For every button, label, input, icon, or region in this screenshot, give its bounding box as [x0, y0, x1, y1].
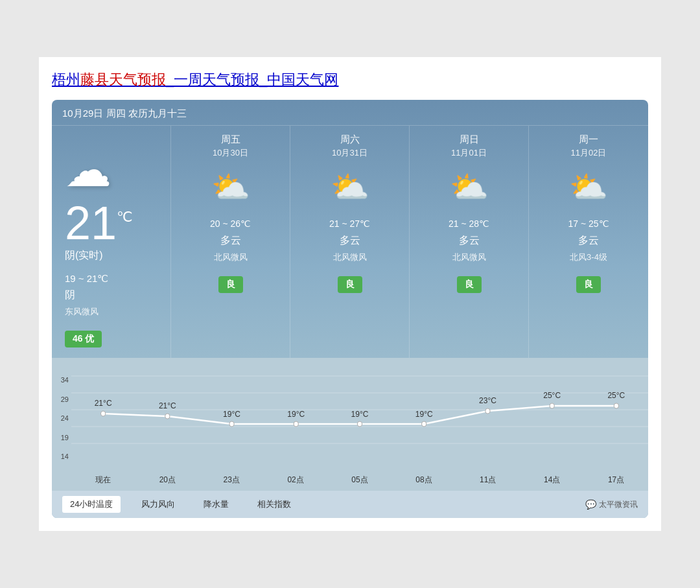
x-label-7: 14点 — [520, 475, 584, 486]
today-column: ☁ 21℃ 阴(实时) 19 ~ 21℃ 阴 东风微风 46 优 — [52, 126, 171, 358]
forecast-range-2: 21 ~ 28℃ — [416, 218, 522, 229]
y-label-24: 24 — [61, 414, 69, 422]
forecast-weather-0: 多云 — [178, 234, 283, 248]
today-aqi-badge: 46 优 — [65, 331, 102, 347]
x-label-0: 现在 — [71, 475, 135, 486]
forecast-day-3: 周一 — [535, 134, 642, 146]
y-label-19: 19 — [61, 434, 69, 441]
y-label-14: 14 — [61, 453, 69, 460]
forecast-col-3: 周一 11月02日 ⛅ 17 ~ 25℃ 多云 北风3-4级 良 — [529, 126, 648, 358]
forecast-icon-0: ⛅ — [178, 172, 283, 203]
title-suffix: _一周天气预报_中国天气网 — [166, 71, 338, 88]
svg-text:19°C: 19°C — [223, 410, 240, 419]
watermark-text: 太平微资讯 — [599, 499, 638, 510]
forecast-weather-3: 多云 — [535, 234, 642, 248]
date-header: 10月29日 周四 农历九月十三 — [52, 100, 648, 125]
weather-grid: ☁ 21℃ 阴(实时) 19 ~ 21℃ 阴 东风微风 46 优 周五 10月3… — [52, 125, 648, 358]
main-container: 梧州藤县天气预报_一周天气预报_中国天气网 10月29日 周四 农历九月十三 ☁… — [39, 57, 661, 531]
tab-precipitation[interactable]: 降水量 — [196, 496, 237, 513]
svg-text:21°C: 21°C — [95, 399, 112, 408]
x-label-3: 02点 — [264, 475, 328, 486]
chart-section: 34 29 24 19 14 — [52, 358, 648, 518]
temp-unit: ℃ — [117, 209, 133, 226]
forecast-date-2: 11月01日 — [416, 147, 522, 159]
x-label-4: 05点 — [328, 475, 392, 486]
svg-point-11 — [485, 408, 490, 414]
forecast-range-1: 21 ~ 27℃ — [297, 218, 402, 229]
svg-point-10 — [421, 421, 426, 427]
forecast-aqi-1: 良 — [338, 276, 362, 293]
temperature-chart: 21°C 21°C 19°C 19°C 19°C 19°C 23°C 25°C … — [71, 370, 648, 454]
forecast-range-0: 20 ~ 26℃ — [178, 218, 283, 229]
page-title-link[interactable]: 梧州藤县天气预报_一周天气预报_中国天气网 — [52, 70, 648, 89]
svg-point-6 — [165, 414, 170, 419]
today-wind: 东风微风 — [65, 306, 158, 318]
title-red: 藤县天气预报 — [80, 71, 166, 88]
forecast-date-0: 10月30日 — [178, 147, 283, 159]
y-label-29: 29 — [61, 395, 69, 403]
x-label-2: 23点 — [200, 475, 264, 486]
svg-text:19°C: 19°C — [415, 410, 433, 419]
x-label-8: 17点 — [584, 475, 648, 486]
forecast-icon-1: ⛅ — [297, 172, 402, 203]
forecast-date-3: 11月02日 — [535, 147, 642, 159]
svg-text:21°C: 21°C — [159, 401, 176, 411]
forecast-wind-1: 北风微风 — [297, 252, 402, 263]
svg-text:23°C: 23°C — [479, 396, 496, 406]
svg-text:19°C: 19°C — [287, 410, 305, 419]
forecast-wind-3: 北风3-4级 — [535, 252, 642, 263]
forecast-col-0: 周五 10月30日 ⛅ 20 ~ 26℃ 多云 北风微风 良 — [171, 126, 290, 358]
svg-text:25°C: 25°C — [607, 391, 625, 401]
forecast-weather-1: 多云 — [297, 234, 402, 248]
x-label-1: 20点 — [135, 475, 200, 486]
today-weather: 阴 — [65, 288, 158, 302]
x-label-6: 11点 — [456, 475, 520, 486]
forecast-icon-2: ⛅ — [416, 172, 522, 203]
forecast-col-1: 周六 10月31日 ⛅ 21 ~ 27℃ 多云 北风微风 良 — [290, 126, 410, 358]
forecast-range-3: 17 ~ 25℃ — [535, 218, 642, 229]
forecast-aqi-2: 良 — [457, 276, 482, 293]
watermark: 💬 太平微资讯 — [585, 499, 638, 510]
tab-index[interactable]: 相关指数 — [250, 496, 299, 513]
forecast-weather-2: 多云 — [416, 234, 522, 248]
forecast-day-1: 周六 — [297, 134, 402, 146]
forecast-aqi-0: 良 — [218, 276, 243, 293]
current-temp: 21 — [65, 197, 117, 249]
tab-wind[interactable]: 风力风向 — [134, 496, 183, 513]
forecast-date-1: 10月31日 — [297, 147, 402, 159]
forecast-icon-3: ⛅ — [535, 172, 642, 203]
forecast-wind-2: 北风微风 — [416, 252, 522, 263]
y-label-34: 34 — [61, 376, 69, 384]
svg-point-7 — [229, 421, 234, 427]
svg-point-13 — [614, 403, 618, 408]
forecast-day-0: 周五 — [178, 134, 283, 146]
forecast-aqi-3: 良 — [576, 276, 601, 293]
svg-text:19°C: 19°C — [351, 410, 369, 419]
svg-point-5 — [100, 411, 105, 416]
svg-point-8 — [294, 421, 298, 427]
x-label-5: 08点 — [391, 475, 456, 486]
svg-text:25°C: 25°C — [543, 391, 561, 401]
svg-point-9 — [357, 421, 362, 427]
forecast-day-2: 周日 — [416, 134, 522, 146]
today-aqi-label: 优 — [85, 333, 94, 344]
tab-24h-temp[interactable]: 24小时温度 — [62, 496, 121, 513]
today-aqi-value: 46 — [73, 333, 83, 344]
bottom-tabs: 24小时温度 风力风向 降水量 相关指数 💬 太平微资讯 — [52, 491, 648, 518]
svg-point-12 — [550, 403, 554, 408]
wechat-icon: 💬 — [585, 499, 596, 510]
today-temp-range: 19 ~ 21℃ — [65, 273, 158, 285]
forecast-col-2: 周日 11月01日 ⛅ 21 ~ 28℃ 多云 北风微风 良 — [410, 126, 529, 358]
forecast-wind-0: 北风微风 — [178, 252, 283, 263]
cloud-icon: ☁ — [65, 147, 158, 193]
current-condition: 阴(实时) — [65, 249, 158, 263]
title-prefix: 梧州 — [52, 71, 80, 88]
weather-card: 10月29日 周四 农历九月十三 ☁ 21℃ 阴(实时) 19 ~ 21℃ 阴 … — [52, 100, 648, 518]
